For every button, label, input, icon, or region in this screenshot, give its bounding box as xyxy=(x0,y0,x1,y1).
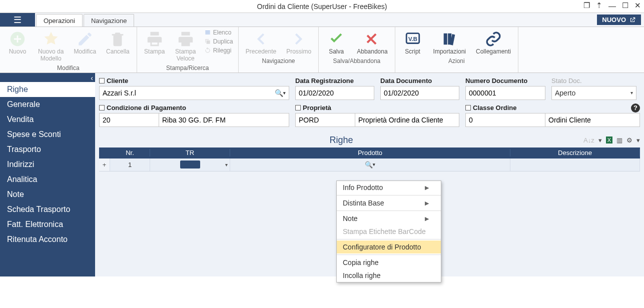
abbandona-button[interactable]: Abbandona xyxy=(355,29,389,56)
sidebar-item-fatt-elettronica[interactable]: Fatt. Elettronica xyxy=(0,217,95,232)
lookup-icon[interactable]: 🔍▾ xyxy=(275,89,286,97)
chevron-left-icon xyxy=(252,30,269,48)
classe-code-input[interactable]: 🔍▾ xyxy=(465,113,545,127)
cell-prodotto[interactable]: 🔍▾ xyxy=(230,158,510,171)
cancella-button[interactable]: Cancella xyxy=(104,29,132,56)
sidebar-item-generale[interactable]: Generale xyxy=(0,97,95,112)
cell-nr[interactable]: 1 xyxy=(110,158,150,171)
link-icon xyxy=(485,30,502,48)
stato-select[interactable]: Aperto ▾ xyxy=(551,86,636,100)
ctx-configuratore-prodotto[interactable]: Configuratore di Prodotto xyxy=(337,240,441,254)
col-header-prodotto[interactable]: Prodotto xyxy=(230,149,510,156)
help-icon[interactable]: ? xyxy=(631,104,640,112)
classe-code[interactable] xyxy=(469,116,556,124)
export-excel-icon[interactable]: X xyxy=(606,136,612,144)
collegamenti-button[interactable]: Collegamenti xyxy=(474,29,513,56)
sidebar-item-spese-sconti[interactable]: Spese e Sconti xyxy=(0,127,95,142)
sidebar-item-trasporto[interactable]: Trasporto xyxy=(0,142,95,157)
books-icon xyxy=(441,30,458,48)
collapse-sidebar-icon[interactable]: ‹ xyxy=(91,74,93,82)
table-row[interactable]: + 1 ▾ 🔍▾ xyxy=(99,158,640,172)
data-reg-value[interactable] xyxy=(299,89,386,97)
rileggi-button[interactable]: Rileggi xyxy=(204,47,233,54)
add-row-button[interactable]: + xyxy=(99,158,110,171)
clone-window-icon[interactable]: ❐ xyxy=(583,1,590,10)
stato-value: Aperto xyxy=(555,89,628,97)
col-header-descrizione[interactable]: Descrizione xyxy=(510,149,640,156)
gear-icon[interactable]: ⚙ xyxy=(626,136,632,144)
sort-az-icon[interactable]: A↓z xyxy=(583,136,594,144)
stato-label: Stato Doc. xyxy=(551,77,582,84)
cond-pag-desc[interactable] xyxy=(162,116,286,124)
data-doc-value[interactable] xyxy=(384,89,471,97)
tab-operazioni[interactable]: Operazioni xyxy=(36,14,83,26)
maximize-icon[interactable]: ☐ xyxy=(622,1,628,10)
titlebar: Ordini da Cliente (SuperUser - FreeBikes… xyxy=(0,0,644,13)
classe-desc[interactable] xyxy=(548,116,636,124)
duplica-button[interactable]: Duplica xyxy=(204,38,233,45)
x-icon xyxy=(364,30,381,48)
sidebar-item-ritenuta-acconto[interactable]: Ritenuta Acconto xyxy=(0,232,95,247)
data-doc-input[interactable]: 📅 xyxy=(380,86,459,100)
chevron-down-icon[interactable]: ▾ xyxy=(636,136,640,144)
ctx-stampa-barcode: Stampa Etichette BarCode xyxy=(337,225,441,238)
stampa-button[interactable]: Stampa xyxy=(142,29,167,56)
nuovo-toolbar-button[interactable]: Nuovo xyxy=(5,29,30,56)
lookup-icon[interactable]: 🔍▾ xyxy=(365,161,375,168)
sidebar-item-indirizzi[interactable]: Indirizzi xyxy=(0,157,95,172)
classe-desc-input[interactable] xyxy=(545,113,640,127)
prossimo-button[interactable]: Prossimo xyxy=(284,29,313,56)
cond-pag-code-input[interactable]: 🔍▾ xyxy=(99,113,159,127)
sidebar-item-note[interactable]: Note xyxy=(0,187,95,202)
close-icon[interactable]: ✕ xyxy=(634,1,641,10)
ctx-info-prodotto[interactable]: Info Prodotto▶ xyxy=(337,181,441,194)
nuovo-button[interactable]: NUOVO xyxy=(597,14,641,25)
printer-fast-icon xyxy=(177,30,194,48)
ctx-note[interactable]: Note▶ xyxy=(337,212,441,225)
proprieta-code-input[interactable]: 🔍▾ xyxy=(295,113,355,127)
cliente-input[interactable]: 🔍▾ xyxy=(99,86,289,100)
cliente-value[interactable] xyxy=(103,89,275,97)
copy-icon xyxy=(204,38,211,45)
col-header-nr[interactable]: Nr. xyxy=(110,149,150,156)
script-button[interactable]: V.B Script xyxy=(400,29,425,56)
sidebar-item-vendita[interactable]: Vendita xyxy=(0,112,95,127)
num-doc-input[interactable] xyxy=(465,86,545,100)
context-menu: Info Prodotto▶ Distinta Base▶ Note▶ Stam… xyxy=(336,180,441,276)
ctx-incolla-righe[interactable]: Incolla righe xyxy=(337,269,441,276)
proprieta-desc[interactable] xyxy=(358,116,456,124)
star-icon xyxy=(43,30,60,48)
modifica-button[interactable]: Modifica xyxy=(72,29,98,56)
chevron-down-icon[interactable]: ▾ xyxy=(630,90,633,96)
columns-icon[interactable]: ▥ xyxy=(616,136,622,144)
tab-navigazione[interactable]: Navigazione xyxy=(84,14,135,26)
hamburger-menu-icon[interactable]: ☰ xyxy=(0,13,35,26)
ctx-copia-righe[interactable]: Copia righe xyxy=(337,256,441,269)
minimize-icon[interactable]: — xyxy=(608,2,616,10)
cond-pag-desc-input[interactable] xyxy=(159,113,289,127)
cell-tr[interactable]: ▾ xyxy=(150,158,230,171)
pin-window-icon[interactable]: ⇡ xyxy=(596,1,602,10)
stampa-veloce-button[interactable]: Stampa Veloce xyxy=(173,29,198,64)
ctx-distinta-base[interactable]: Distinta Base▶ xyxy=(337,196,441,210)
cell-descrizione[interactable] xyxy=(510,158,640,171)
data-reg-input[interactable]: 📅 xyxy=(295,86,374,100)
salva-button[interactable]: Salva xyxy=(324,29,349,56)
nuovo-da-modello-button[interactable]: Nuovo da Modello xyxy=(36,29,66,64)
sidebar-item-scheda-trasporto[interactable]: Scheda Trasporto xyxy=(0,202,95,217)
precedente-button[interactable]: Precedente xyxy=(244,29,278,56)
check-icon xyxy=(328,30,345,48)
printer-icon xyxy=(146,30,163,48)
proprieta-desc-input[interactable] xyxy=(355,113,459,127)
filter-icon[interactable]: ▾ xyxy=(598,136,602,144)
sidebar-item-analitica[interactable]: Analitica xyxy=(0,172,95,187)
num-doc-value[interactable] xyxy=(469,89,556,97)
proprieta-label: Proprietà xyxy=(303,104,331,112)
sidebar-item-righe[interactable]: Righe xyxy=(0,82,95,97)
chevron-down-icon[interactable]: ▾ xyxy=(225,162,228,168)
script-icon: V.B xyxy=(404,30,421,48)
importazioni-button[interactable]: Importazioni xyxy=(431,29,468,56)
col-header-tr[interactable]: TR xyxy=(150,149,230,156)
elenco-button[interactable]: Elenco xyxy=(204,29,233,36)
svg-text:V.B: V.B xyxy=(408,36,417,42)
